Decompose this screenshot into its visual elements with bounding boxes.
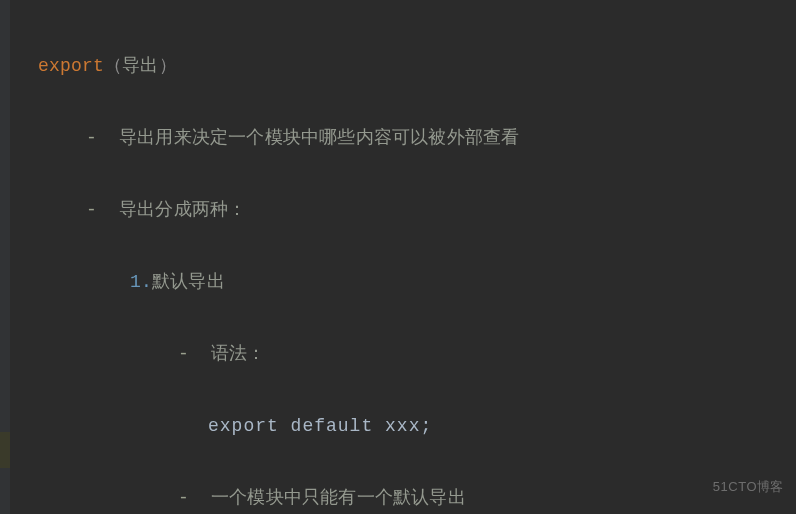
- watermark-text: 51CTO博客: [713, 478, 784, 496]
- export-heading: export（导出）: [38, 48, 698, 84]
- sub-bullet-line: - 语法：: [38, 336, 698, 372]
- keyword-export: export: [38, 56, 104, 76]
- bullet-line: - 导出用来决定一个模块中哪些内容可以被外部查看: [38, 120, 698, 156]
- document-content: export（导出） - 导出用来决定一个模块中哪些内容可以被外部查看 - 导出…: [38, 12, 698, 514]
- bullet-line: - 导出分成两种：: [38, 192, 698, 228]
- code-line: export default xxx;: [38, 408, 698, 444]
- gutter-caret-indicator: [0, 432, 10, 468]
- numbered-line: 1.默认导出: [38, 264, 698, 300]
- sub-bullet-line: - 一个模块中只能有一个默认导出: [38, 480, 698, 514]
